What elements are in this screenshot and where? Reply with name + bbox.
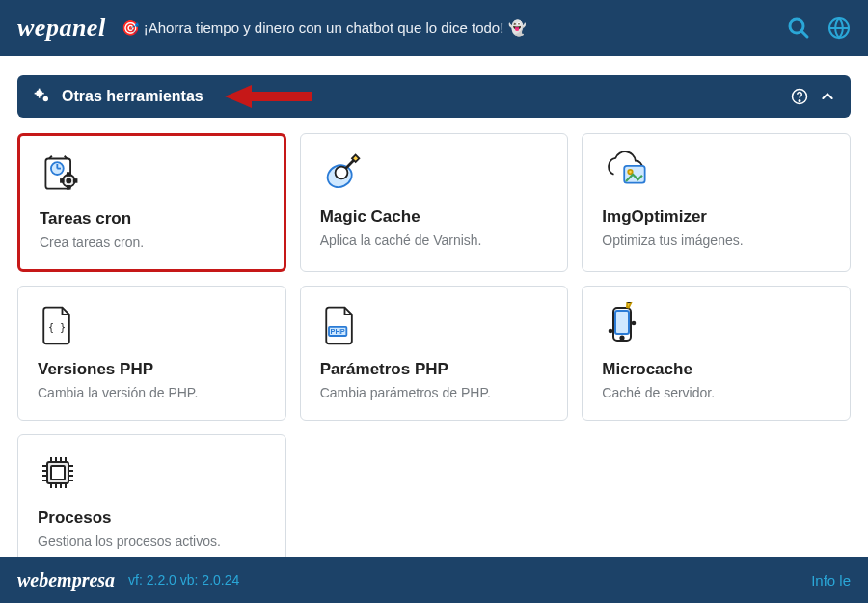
- php-settings-icon: PHP: [320, 304, 549, 346]
- card-title: Microcache: [602, 360, 830, 379]
- svg-rect-6: [39, 89, 41, 92]
- content-area: Otras herramientas: [0, 56, 868, 569]
- svg-rect-21: [74, 179, 77, 182]
- svg-text:{ }: { }: [48, 322, 66, 333]
- brand-logo: wepanel: [17, 14, 106, 42]
- card-desc: Cambia la versión de PHP.: [38, 385, 266, 400]
- php-version-icon: { }: [38, 304, 266, 346]
- card-desc: Optimiza tus imágenes.: [602, 233, 830, 248]
- card-desc: Gestiona los procesos activos.: [38, 534, 266, 549]
- tools-icon: [33, 87, 52, 106]
- svg-rect-9: [41, 93, 44, 95]
- section-header-otras-herramientas[interactable]: Otras herramientas: [17, 75, 851, 118]
- svg-rect-32: [615, 311, 629, 334]
- svg-rect-18: [68, 173, 70, 176]
- chevron-up-icon[interactable]: [820, 89, 835, 104]
- imgoptimizer-icon: [602, 151, 830, 194]
- card-desc: Aplica la caché de Varnish.: [320, 233, 549, 248]
- svg-rect-7: [39, 96, 41, 98]
- card-title: Versiones PHP: [38, 360, 266, 379]
- microcache-icon: [602, 304, 830, 346]
- svg-text:PHP: PHP: [330, 327, 344, 336]
- footer-brand: webempresa: [17, 569, 115, 591]
- globe-icon[interactable]: [827, 16, 851, 40]
- highlight-arrow: [225, 82, 312, 111]
- card-title: Magic Cache: [320, 207, 549, 227]
- svg-point-27: [629, 170, 633, 174]
- top-bar: wepanel 🎯 ¡Ahorra tiempo y dinero con un…: [0, 0, 868, 56]
- process-icon: [38, 452, 266, 495]
- tools-grid: Tareas cron Crea tareas cron. Magic Cach…: [17, 133, 851, 569]
- footer-bar: webempresa vf: 2.2.0 vb: 2.0.24 Info le: [0, 557, 868, 603]
- card-parametros-php[interactable]: PHP Parámetros PHP Cambia parámetros de …: [300, 286, 569, 421]
- cron-icon: [40, 153, 264, 196]
- card-tareas-cron[interactable]: Tareas cron Crea tareas cron.: [17, 133, 286, 272]
- svg-point-17: [67, 178, 70, 182]
- svg-point-35: [633, 322, 636, 325]
- svg-rect-20: [61, 179, 64, 182]
- card-microcache[interactable]: Microcache Caché de servidor.: [582, 286, 851, 421]
- svg-point-36: [610, 330, 612, 333]
- card-imgoptimizer[interactable]: ImgOptimizer Optimiza tus imágenes.: [582, 133, 851, 272]
- card-desc: Caché de servidor.: [602, 385, 830, 400]
- card-versiones-php[interactable]: { } Versiones PHP Cambia la versión de P…: [17, 286, 286, 421]
- help-icon[interactable]: [791, 88, 808, 105]
- svg-point-12: [799, 100, 800, 102]
- svg-point-23: [335, 167, 347, 179]
- card-title: ImgOptimizer: [602, 207, 830, 227]
- search-icon[interactable]: [787, 16, 810, 40]
- card-magic-cache[interactable]: Magic Cache Aplica la caché de Varnish.: [300, 133, 569, 272]
- footer-version: vf: 2.2.0 vb: 2.0.24: [128, 572, 239, 588]
- card-desc: Cambia parámetros de PHP.: [320, 385, 549, 400]
- svg-rect-38: [51, 466, 65, 480]
- promo-text: 🎯 ¡Ahorra tiempo y dinero con un chatbot…: [122, 19, 527, 37]
- svg-marker-10: [225, 85, 312, 108]
- footer-info-link[interactable]: Info le: [811, 572, 851, 589]
- magic-cache-icon: [320, 151, 549, 194]
- card-title: Procesos: [38, 508, 266, 528]
- card-procesos[interactable]: Procesos Gestiona los procesos activos.: [17, 434, 286, 569]
- card-title: Parámetros PHP: [320, 360, 549, 379]
- section-title: Otras herramientas: [62, 88, 203, 105]
- svg-rect-19: [68, 186, 70, 189]
- card-desc: Crea tareas cron.: [40, 234, 264, 250]
- svg-line-1: [801, 31, 807, 37]
- svg-point-5: [43, 96, 48, 101]
- card-title: Tareas cron: [40, 209, 264, 229]
- svg-rect-8: [35, 93, 38, 95]
- svg-point-4: [36, 90, 42, 96]
- svg-point-33: [621, 336, 624, 339]
